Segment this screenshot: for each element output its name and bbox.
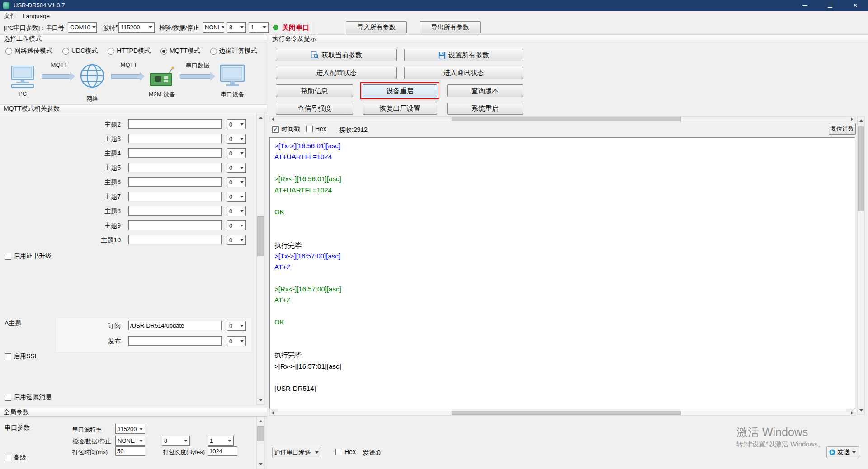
menu-language[interactable]: Language [19,12,53,20]
close-port-button[interactable]: 关闭串口 [273,23,309,33]
tx-hex-checkbox[interactable]: Hex [335,448,356,455]
com-port-select[interactable]: COM10 [68,22,97,33]
send-button[interactable]: 发送 [826,446,859,458]
topic-input[interactable] [128,119,222,129]
work-mode-options: 网络透传模式 UDC模式 HTTPD模式 MQTT模式 边缘计算模式 [5,47,257,55]
enter-comm-button[interactable]: 进入通讯状态 [404,67,523,79]
work-mode-radio[interactable]: 边缘计算模式 [210,47,257,55]
log-bottom-scrollbar[interactable] [269,410,855,416]
advanced-checkbox[interactable]: 高级 [5,454,26,462]
chevron-down-icon [238,321,245,330]
reset-counter-button[interactable]: 复位计数 [829,123,856,135]
global-scrollbar[interactable] [256,417,265,469]
global-stopbits-select[interactable]: 1 [208,436,234,446]
publish-topic-input[interactable] [128,336,222,346]
link3-label: 串口数据 [180,61,215,70]
scroll-left-icon[interactable] [270,410,276,415]
scroll-down-icon[interactable] [257,460,264,469]
topic-qos-value: 0 [229,150,232,157]
log-top-scrollbar[interactable] [269,116,855,122]
radio-label: MQTT模式 [170,47,200,55]
help-info-button[interactable]: 帮助信息 [276,84,353,97]
enter-comm-label: 进入通讯状态 [443,69,484,77]
rx-hex-checkbox[interactable]: Hex [306,125,326,132]
cert-upgrade-checkbox[interactable]: 启用证书升级 [5,252,52,260]
work-mode-radio[interactable]: MQTT模式 [160,47,200,55]
scroll-down-icon[interactable] [257,396,264,404]
topic-input[interactable] [128,220,222,230]
topic-qos-select[interactable]: 0 [227,235,246,245]
stopbits-select[interactable]: 1 [249,22,269,33]
topic-input[interactable] [128,148,222,158]
scroll-right-icon[interactable] [849,410,855,415]
work-mode-radio[interactable]: HTTPD模式 [108,47,151,55]
scroll-up-icon[interactable] [257,417,264,426]
set-all-params-button[interactable]: 设置所有参数 [404,49,523,61]
menu-file[interactable]: 文件 [1,11,19,21]
topic-qos-select[interactable]: 0 [227,206,246,216]
scroll-up-icon[interactable] [257,113,264,122]
topic-qos-select[interactable]: 0 [227,148,246,158]
query-version-button[interactable]: 查询版本 [447,84,523,97]
work-mode-radio[interactable]: UDC模式 [62,47,98,55]
topic-qos-select[interactable]: 0 [227,119,246,129]
topic-qos-select[interactable]: 0 [227,163,246,173]
ssl-checkbox[interactable]: 启用SSL [5,352,38,361]
topic-input[interactable] [128,206,222,216]
topic-input[interactable] [128,163,222,172]
scroll-right-icon[interactable] [849,117,855,122]
scroll-left-icon[interactable] [270,117,276,122]
log-output[interactable]: >[Tx->][16:56:01][asc]AT+UARTFL=1024>[Rx… [269,137,855,409]
packtime-input[interactable] [115,446,145,456]
topic-qos-select[interactable]: 0 [227,177,246,187]
subscribe-qos-select[interactable]: 0 [227,321,246,331]
factory-reset-button[interactable]: 恢复出厂设置 [363,103,437,115]
export-params-button[interactable]: 导出所有参数 [420,21,481,33]
work-mode-radio[interactable]: 网络透传模式 [5,47,52,55]
will-message-checkbox[interactable]: 启用遗嘱消息 [5,393,52,401]
global-parity-select[interactable]: NONE [115,436,145,446]
minimize-button[interactable] [792,0,817,11]
topic-qos-select[interactable]: 0 [227,220,246,230]
topic-input[interactable] [128,134,222,143]
scrollbar-thumb[interactable] [452,117,681,121]
mqtt-scrollbar[interactable] [256,113,265,405]
enter-config-button[interactable]: 进入配置状态 [276,67,397,79]
scrollbar-thumb[interactable] [257,216,264,256]
packlen-input[interactable] [208,446,237,456]
system-restart-button[interactable]: 系统重启 [447,103,523,115]
log-vertical-scrollbar[interactable] [857,116,865,415]
global-databits-select[interactable]: 8 [162,436,190,446]
scrollbar-thumb[interactable] [858,126,864,211]
send-via-serial-dropdown[interactable]: 通过串口发送 [272,447,321,458]
maximize-button[interactable] [817,0,843,11]
close-button[interactable]: × [843,0,868,11]
topic-qos-select[interactable]: 0 [227,192,246,202]
topic-label: 主题3 [0,135,121,143]
scroll-down-icon[interactable] [858,407,864,414]
timestamp-checkbox[interactable]: 时间戳 [272,125,300,133]
topic-input[interactable] [128,235,222,244]
scrollbar-thumb[interactable] [452,411,681,415]
baud-select[interactable]: 115200 [118,22,155,33]
get-current-params-button[interactable]: 获取当前参数 [276,49,397,61]
import-params-button[interactable]: 导入所有参数 [346,21,407,33]
scrollbar-thumb[interactable] [257,426,264,441]
query-version-label: 查询版本 [472,87,499,95]
databits-select[interactable]: 8 [227,22,246,33]
signal-strength-button[interactable]: 查信号强度 [276,103,353,115]
global-baud-select[interactable]: 115200 [115,424,145,434]
parity-select[interactable]: NONI [203,22,224,33]
publish-qos-select[interactable]: 0 [227,336,246,346]
topic-label: 主题10 [0,236,121,244]
chevron-down-icon [238,163,245,172]
topic-qos-select[interactable]: 0 [227,134,246,144]
chevron-down-icon [238,120,245,129]
topic-input[interactable] [128,192,222,201]
subscribe-topic-input[interactable] [128,321,222,330]
topic-input[interactable] [128,177,222,187]
baud-value: 115200 [121,24,140,31]
scroll-up-icon[interactable] [858,117,864,124]
topic-qos-value: 0 [229,237,232,244]
radio-icon [210,48,217,55]
